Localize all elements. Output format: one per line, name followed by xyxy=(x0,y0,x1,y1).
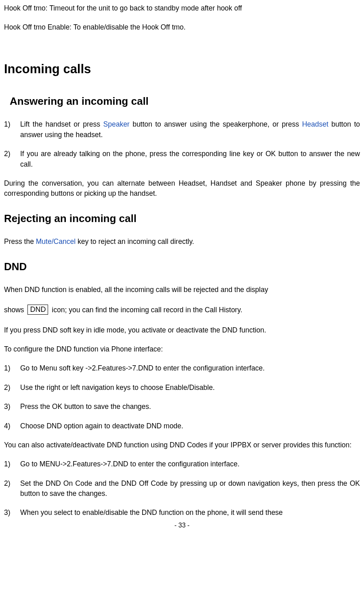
list-text: Set the DND On Code and the DND Off Code… xyxy=(20,478,360,499)
list-text: Go to MENU->2.Features->7.DND to enter t… xyxy=(20,459,360,469)
text-fragment: icon; you can find the incoming call rec… xyxy=(50,306,242,314)
answering-item-1: 1) Lift the handset or press Speaker but… xyxy=(4,119,360,140)
list-text: When you select to enable/disable the DN… xyxy=(20,508,360,518)
list-number: 1) xyxy=(4,363,20,373)
text-fragment: Lift the handset or press xyxy=(20,120,103,128)
intro-para-1: Hook Off tmo: Timeout for the unit to go… xyxy=(4,3,360,13)
list-number: 1) xyxy=(4,459,20,469)
dnd-codes-item-3: 3) When you select to enable/disable the… xyxy=(4,508,360,518)
dnd-config-item-4: 4) Choose DND option again to deactivate… xyxy=(4,421,360,431)
text-fragment: Press the xyxy=(4,237,36,246)
dnd-config-item-3: 3) Press the OK button to save the chang… xyxy=(4,402,360,412)
page-number: - 33 - xyxy=(4,521,360,530)
list-number: 3) xyxy=(4,508,20,518)
list-text: Lift the handset or press Speaker button… xyxy=(20,119,360,140)
list-text: Use the right or left navigation keys to… xyxy=(20,383,360,393)
rejecting-para: Press the Mute/Cancel key to reject an i… xyxy=(4,237,360,247)
dnd-codes-item-2: 2) Set the DND On Code and the DND Off C… xyxy=(4,478,360,499)
list-number: 3) xyxy=(4,402,20,412)
text-fragment: button to answer using the speakerphone,… xyxy=(130,120,302,128)
dnd-para-4: You can also activate/deactivate DND fun… xyxy=(4,440,360,450)
answering-item-2: 2) If you are already talking on the pho… xyxy=(4,149,360,169)
list-text: Press the OK button to save the changes. xyxy=(20,402,360,412)
list-number: 2) xyxy=(4,478,20,499)
dnd-icon: DND xyxy=(27,305,48,315)
dnd-config-item-1: 1) Go to Menu soft key ->2.Features->7.D… xyxy=(4,363,360,373)
speaker-link[interactable]: Speaker xyxy=(103,120,130,128)
text-fragment: key to reject an incoming call directly. xyxy=(76,237,194,246)
heading-answering: Answering an incoming call xyxy=(10,94,360,109)
answering-para: During the conversation, you can alterna… xyxy=(4,178,360,199)
list-text: Choose DND option again to deactivate DN… xyxy=(20,421,360,431)
dnd-config-item-2: 2) Use the right or left navigation keys… xyxy=(4,383,360,393)
headset-link[interactable]: Headset xyxy=(302,120,328,128)
intro-para-2: Hook Off tmo Enable: To enable/disable t… xyxy=(4,22,360,32)
dnd-para-1a: When DND function is enabled, all the in… xyxy=(4,285,360,295)
list-text: Go to Menu soft key ->2.Features->7.DND … xyxy=(20,363,360,373)
list-number: 2) xyxy=(4,383,20,393)
dnd-codes-item-1: 1) Go to MENU->2.Features->7.DND to ente… xyxy=(4,459,360,469)
heading-dnd: DND xyxy=(4,259,360,275)
list-number: 2) xyxy=(4,149,20,169)
dnd-para-1b: shows DND icon; you can find the incomin… xyxy=(4,305,360,315)
dnd-para-3: To configure the DND function via Phone … xyxy=(4,344,360,354)
list-number: 1) xyxy=(4,119,20,140)
list-text: If you are already talking on the phone,… xyxy=(20,149,360,169)
list-number: 4) xyxy=(4,421,20,431)
heading-incoming-calls: Incoming calls xyxy=(4,60,360,78)
text-fragment: shows xyxy=(4,306,26,314)
mute-cancel-link[interactable]: Mute/Cancel xyxy=(36,237,76,246)
heading-rejecting: Rejecting an incoming call xyxy=(4,211,360,227)
dnd-para-2: If you press DND soft key in idle mode, … xyxy=(4,325,360,335)
